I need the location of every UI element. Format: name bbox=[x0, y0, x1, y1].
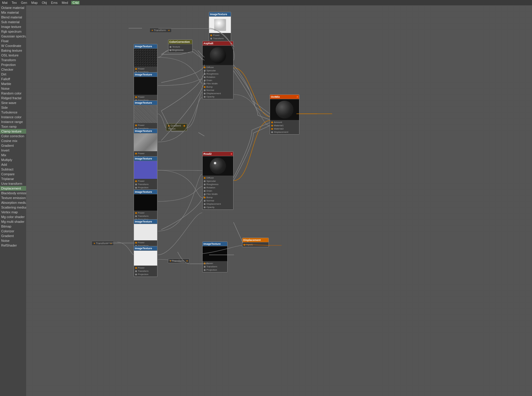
node-asphalt[interactable]: Asphalt ■ Diffuse Specular Roughness Rot… bbox=[202, 41, 233, 99]
sidebar-item-noise2[interactable]: Noise bbox=[0, 238, 26, 243]
sidebar: Octane material Mix material Blend mater… bbox=[0, 5, 26, 396]
sidebar-item-osl-texture[interactable]: OSL texture bbox=[0, 53, 26, 58]
node-imagetexture-bottom[interactable]: ImageTexture Power Transform Projection bbox=[202, 242, 228, 272]
node-road2-header: Road2 ■ bbox=[203, 152, 233, 156]
sidebar-item-instance-color[interactable]: Instance color bbox=[0, 115, 26, 119]
sidebar-item-turbulence[interactable]: Turbulence bbox=[0, 110, 26, 115]
sidebar-item-absorption-medium[interactable]: Absorption medium bbox=[0, 200, 26, 205]
node-transform-top[interactable]: ● Transform ● bbox=[149, 28, 172, 33]
sidebar-item-w-coordinate[interactable]: W Coordinate bbox=[0, 43, 26, 48]
sidebar-item-gradient2[interactable]: Gradient bbox=[0, 234, 26, 238]
menu-ems[interactable]: Ems bbox=[50, 1, 59, 4]
sidebar-item-image-texture[interactable]: Image texture bbox=[0, 24, 26, 29]
node-imagetexture-top[interactable]: ImageTexture Power Transform Projection bbox=[209, 12, 231, 44]
sidebar-item-marble[interactable]: Marble bbox=[0, 81, 26, 86]
menu-map[interactable]: Map bbox=[30, 1, 38, 4]
node-header: ImageTexture bbox=[209, 12, 231, 17]
sidebar-item-projection[interactable]: Projection bbox=[0, 62, 26, 67]
node-itb-header: ImageTexture bbox=[203, 242, 227, 246]
sidebar-item-refshader[interactable]: RefShader bbox=[0, 243, 26, 248]
sidebar-item-random-color[interactable]: Random color bbox=[0, 91, 26, 96]
node-gradient[interactable]: ◆ Gradient ◆ Texture bbox=[166, 123, 187, 131]
node-cc-header: ColorCorrection bbox=[168, 40, 192, 44]
node-it3-header: ImageTexture bbox=[134, 101, 157, 105]
node-it2-header: ImageTexture bbox=[134, 72, 157, 77]
sidebar-item-mg-color-shader[interactable]: Mg color shader bbox=[0, 214, 26, 219]
menu-tex[interactable]: Tex bbox=[11, 1, 18, 4]
node-it6-header: ImageTexture bbox=[134, 190, 157, 194]
menu-mat[interactable]: Mat bbox=[1, 1, 8, 4]
sidebar-item-triplanar[interactable]: Triplanar bbox=[0, 176, 26, 181]
sidebar-item-baking-texture[interactable]: Baking texture bbox=[0, 48, 26, 53]
sidebar-item-octane-material[interactable]: Octane material bbox=[0, 5, 26, 10]
sidebar-item-multiply[interactable]: Multiply bbox=[0, 157, 26, 162]
sidebar-item-instance-range[interactable]: Instance range bbox=[0, 119, 26, 124]
sidebar-item-mix-material[interactable]: Mix material bbox=[0, 10, 26, 15]
node-it5-header: ImageTexture bbox=[134, 157, 157, 161]
sidebar-item-sine-wave[interactable]: Sine wave bbox=[0, 100, 26, 105]
sidebar-item-noise[interactable]: Noise bbox=[0, 86, 26, 91]
sidebar-item-displacement[interactable]: Displacement bbox=[0, 186, 26, 191]
sidebar-item-mg-multi-shader[interactable]: Mg multi shader bbox=[0, 219, 26, 224]
menu-c4d[interactable]: C4d bbox=[71, 1, 80, 4]
sidebar-item-add[interactable]: Add bbox=[0, 162, 26, 167]
sidebar-item-toon-ramp[interactable]: Toon ramp bbox=[0, 124, 26, 129]
node-imagetexture-8[interactable]: ImageTexture Power Transform Projection bbox=[134, 246, 157, 277]
sidebar-item-uvw-transform[interactable]: Uvw transform bbox=[0, 181, 26, 186]
sidebar-item-rgb-spectrum[interactable]: Rgb spectrum bbox=[0, 29, 26, 34]
sidebar-item-compare[interactable]: Compare bbox=[0, 172, 26, 176]
node-imagetexture-6[interactable]: ImageTexture Power Transform Projection bbox=[134, 190, 157, 222]
menu-bar: Mat Tex Gen Map Obj Ems Med C4d bbox=[0, 0, 532, 5]
menu-gen[interactable]: Gen bbox=[20, 1, 28, 4]
node-displacement-right[interactable]: Displacement Input1 bbox=[242, 238, 269, 247]
sidebar-item-bitmap[interactable]: Bitmap bbox=[0, 224, 26, 229]
sidebar-item-blend-material[interactable]: Blend material bbox=[0, 15, 26, 20]
node-octmix-header: OctMix ■ bbox=[270, 95, 299, 99]
node-it4-header: ImageTexture bbox=[134, 129, 157, 133]
sidebar-item-texture-emission[interactable]: Texture emission bbox=[0, 195, 26, 200]
sidebar-item-colorizer[interactable]: Colorizer bbox=[0, 229, 26, 234]
sidebar-item-blackbody-emission[interactable]: Blackbody emission bbox=[0, 191, 26, 195]
wires-svg bbox=[26, 5, 532, 396]
node-imagetexture-5[interactable]: ImageTexture Power Transform Projection bbox=[134, 156, 157, 190]
sidebar-item-cosine-mix[interactable]: Cosine mix bbox=[0, 138, 26, 143]
sidebar-item-side[interactable]: Side bbox=[0, 105, 26, 110]
sidebar-item-clamp-texture[interactable]: Clamp texture bbox=[0, 129, 26, 134]
sidebar-item-vertex-map[interactable]: Vertex map bbox=[0, 210, 26, 214]
node-it8-header: ImageTexture bbox=[134, 246, 157, 251]
sidebar-item-checker[interactable]: Checker bbox=[0, 67, 26, 72]
menu-med[interactable]: Med bbox=[61, 1, 69, 4]
node-road2[interactable]: Road2 ■ Diffuse Specular Roughness Rotat… bbox=[202, 152, 233, 210]
connections-svg bbox=[26, 5, 532, 396]
node-it7-header: ImageTexture bbox=[134, 220, 157, 224]
sidebar-item-ridged-fractal[interactable]: Ridged fractal bbox=[0, 96, 26, 100]
node-displacement-header: Displacement bbox=[242, 238, 269, 242]
sidebar-item-transform[interactable]: Transform bbox=[0, 58, 26, 62]
menu-obj[interactable]: Obj bbox=[41, 1, 48, 4]
node-octmix[interactable]: OctMix ■ Amount Material1 Material2 Disp… bbox=[270, 94, 299, 135]
node-asphalt-header: Asphalt ■ bbox=[203, 41, 233, 46]
sidebar-item-gradient[interactable]: Gradient bbox=[0, 143, 26, 148]
node-transform-very-bottom[interactable]: ● Transform ● bbox=[168, 258, 190, 263]
sidebar-item-sub-material[interactable]: Sub material bbox=[0, 20, 26, 24]
sidebar-item-invert[interactable]: Invert bbox=[0, 148, 26, 153]
sidebar-item-mix[interactable]: Mix bbox=[0, 153, 26, 157]
sidebar-item-float[interactable]: Float bbox=[0, 39, 26, 43]
node-color-correction[interactable]: ColorCorrection Texture Brightness bbox=[168, 40, 192, 53]
sidebar-item-scattering-medium[interactable]: Scattering medium bbox=[0, 205, 26, 210]
sidebar-item-dirt[interactable]: Dirt bbox=[0, 72, 26, 77]
sidebar-item-falloff[interactable]: Falloff bbox=[0, 77, 26, 81]
sidebar-item-gaussian-spectrum[interactable]: Gaussian spectrum bbox=[0, 34, 26, 39]
node-transform-bottom[interactable]: ● Transform ● bbox=[91, 241, 114, 246]
canvas-area[interactable]: ImageTexture Power Transform Projection … bbox=[26, 5, 532, 396]
sidebar-item-subtract[interactable]: Subtract bbox=[0, 167, 26, 172]
node-it1-header: ImageTexture bbox=[134, 44, 157, 49]
sidebar-item-color-correction[interactable]: Color correction bbox=[0, 134, 26, 138]
